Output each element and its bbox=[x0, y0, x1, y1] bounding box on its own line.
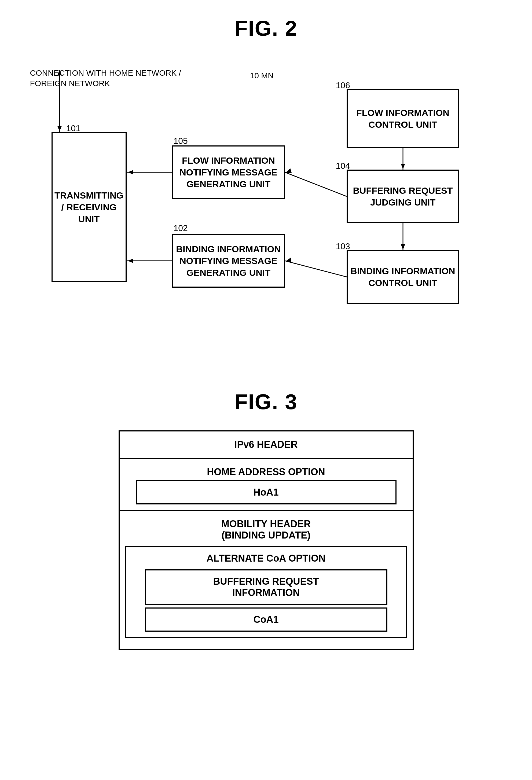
connection-label: CONNECTION WITH HOME NETWORK /FOREIGN NE… bbox=[30, 67, 181, 89]
fig2-title: FIG. 2 bbox=[0, 16, 532, 41]
alternate-coa-container: ALTERNATE CoA OPTION BUFFERING REQUESTIN… bbox=[119, 546, 413, 649]
fig2-section: FIG. 2 bbox=[0, 0, 532, 374]
svg-marker-9 bbox=[401, 164, 405, 169]
mobility-header-row: MOBILITY HEADER(BINDING UPDATE) bbox=[119, 511, 413, 544]
ref-102: 102 bbox=[174, 223, 188, 233]
svg-marker-15 bbox=[285, 257, 291, 262]
hoa1-box: HoA1 bbox=[136, 480, 396, 504]
fig2-diagram: CONNECTION WITH HOME NETWORK /FOREIGN NE… bbox=[25, 57, 507, 352]
alternate-coa-outer: ALTERNATE CoA OPTION BUFFERING REQUESTIN… bbox=[125, 546, 407, 638]
fig3-diagram: IPv6 HEADER HOME ADDRESS OPTION HoA1 MOB… bbox=[118, 430, 414, 650]
box-transmitting: TRANSMITTING / RECEIVING UNIT bbox=[51, 132, 127, 282]
page-content: FIG. 2 bbox=[0, 0, 532, 671]
alternate-coa-label: ALTERNATE CoA OPTION bbox=[129, 550, 403, 567]
box-buffering: BUFFERING REQUEST JUDGING UNIT bbox=[347, 169, 459, 223]
box-flow-notify: FLOW INFORMATION NOTIFYING MESSAGE GENER… bbox=[172, 145, 285, 199]
buffering-request-box: BUFFERING REQUESTINFORMATION bbox=[145, 569, 387, 605]
svg-marker-5 bbox=[128, 170, 133, 175]
box-binding-notify: BINDING INFORMATION NOTIFYING MESSAGE GE… bbox=[172, 234, 285, 288]
svg-marker-11 bbox=[401, 244, 405, 249]
box-flow-control: FLOW INFORMATION CONTROL UNIT bbox=[347, 89, 459, 148]
svg-marker-7 bbox=[128, 259, 133, 263]
svg-marker-13 bbox=[285, 168, 292, 173]
ref-105: 105 bbox=[174, 136, 188, 146]
ipv6-header-row: IPv6 HEADER bbox=[119, 432, 413, 459]
hoa1-container: HoA1 bbox=[119, 480, 413, 511]
svg-marker-1 bbox=[57, 126, 62, 132]
svg-line-14 bbox=[285, 261, 347, 277]
mn-label: 10 MN bbox=[250, 70, 274, 81]
coa1-box: CoA1 bbox=[145, 607, 387, 632]
fig3-section: FIG. 3 IPv6 HEADER HOME ADDRESS OPTION H… bbox=[0, 374, 532, 671]
fig3-title: FIG. 3 bbox=[0, 390, 532, 414]
home-address-option-row: HOME ADDRESS OPTION bbox=[119, 459, 413, 480]
box-binding-control: BINDING INFORMATION CONTROL UNIT bbox=[347, 250, 459, 304]
svg-line-12 bbox=[285, 172, 347, 196]
